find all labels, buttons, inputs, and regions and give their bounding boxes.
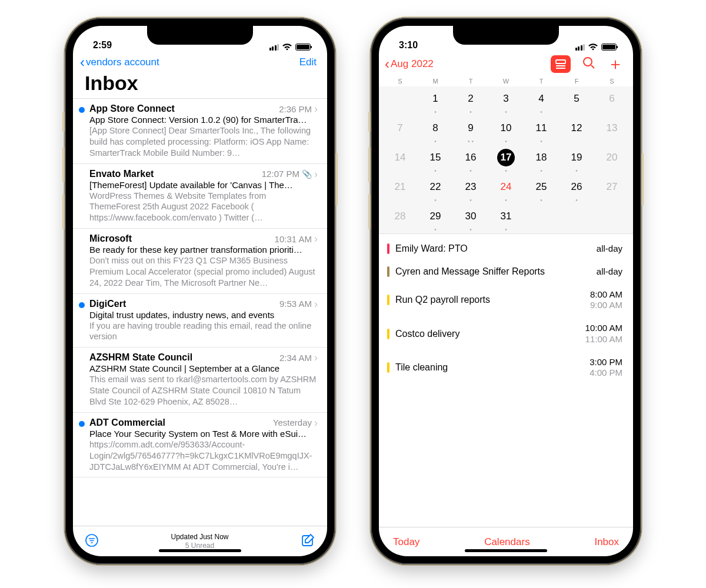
day-cell[interactable]: 15• bbox=[418, 145, 453, 175]
day-cell[interactable]: 31• bbox=[488, 204, 524, 233]
today-button[interactable]: Today bbox=[393, 536, 419, 548]
add-button[interactable]: ＋ bbox=[607, 56, 624, 72]
event-dots: • bbox=[469, 227, 472, 230]
event-dots: • bbox=[505, 227, 507, 230]
day-cell[interactable]: 22• bbox=[418, 175, 453, 204]
filter-button[interactable] bbox=[85, 533, 99, 550]
day-cell[interactable]: 18• bbox=[524, 145, 559, 175]
event-title: Cyren and Message Sniffer Reports bbox=[395, 266, 545, 277]
event-dots: • bbox=[469, 109, 472, 113]
day-cell[interactable]: 13 bbox=[594, 116, 630, 145]
mail-time: 2:36 PM bbox=[279, 104, 312, 114]
day-number: 25 bbox=[532, 178, 550, 196]
event-row[interactable]: Cyren and Message Sniffer Reportsall-day bbox=[379, 260, 633, 283]
day-cell[interactable]: 10• bbox=[488, 116, 524, 145]
event-time-start: 10:00 AM bbox=[585, 323, 622, 334]
weekday-label: T bbox=[524, 78, 559, 85]
day-cell[interactable]: 6 bbox=[594, 86, 630, 116]
mail-sender: App Store Connect bbox=[89, 103, 175, 114]
cal-back-label: Aug 2022 bbox=[391, 58, 434, 70]
event-time-start: all-day bbox=[597, 243, 622, 255]
events-list[interactable]: Emily Ward: PTOall-dayCyren and Message … bbox=[379, 233, 633, 527]
day-cell[interactable]: 27 bbox=[594, 175, 630, 204]
day-cell[interactable]: 23• bbox=[453, 175, 488, 204]
event-row[interactable]: Tile cleaning3:00 PM4:00 PM bbox=[379, 351, 633, 385]
nav-bar: ‹ vendors account Edit bbox=[73, 52, 327, 72]
wifi-icon bbox=[588, 43, 598, 51]
day-cell[interactable]: 17• bbox=[488, 145, 524, 175]
day-number: 12 bbox=[568, 119, 585, 137]
mail-sender: Microsoft bbox=[89, 233, 132, 244]
mail-preview: [App Store Connect] Dear SmarterTools In… bbox=[89, 125, 318, 159]
month-grid[interactable]: 1•2•3•4•5678•9• •10•11•12131415•16•17•18… bbox=[379, 86, 633, 233]
day-number: 26 bbox=[568, 178, 585, 196]
day-cell[interactable]: 4• bbox=[524, 86, 559, 116]
mail-row[interactable]: DigiCert9:53 AM›Digital trust updates, i… bbox=[73, 294, 327, 348]
event-title: Emily Ward: PTO bbox=[395, 243, 468, 254]
day-cell[interactable]: 21 bbox=[382, 175, 418, 204]
event-dots: • • bbox=[468, 139, 474, 142]
back-button[interactable]: ‹ vendors account bbox=[80, 55, 159, 69]
day-cell[interactable]: 2• bbox=[453, 86, 488, 116]
event-title: Costco delivery bbox=[395, 329, 459, 339]
event-color-bar bbox=[387, 243, 389, 254]
day-cell[interactable]: 7 bbox=[382, 116, 418, 145]
event-row[interactable]: Costco delivery10:00 AM11:00 AM bbox=[379, 317, 633, 351]
day-cell[interactable]: 26• bbox=[559, 175, 594, 204]
mail-row[interactable]: AZSHRM State Council2:34 AM›AZSHRM State… bbox=[73, 348, 327, 413]
day-cell[interactable]: 8• bbox=[418, 116, 453, 145]
day-cell[interactable]: 25• bbox=[524, 175, 559, 204]
event-dots: • bbox=[540, 198, 542, 201]
event-row[interactable]: Run Q2 payroll reports8:00 AM9:00 AM bbox=[379, 283, 633, 318]
page-title: Inbox bbox=[73, 72, 327, 98]
day-cell[interactable]: 3• bbox=[488, 86, 524, 116]
mail-row[interactable]: Microsoft10:31 AM›Be ready for these key… bbox=[73, 229, 327, 294]
event-dots: • bbox=[469, 198, 472, 201]
event-dots: • bbox=[575, 168, 578, 172]
day-cell[interactable]: 12 bbox=[559, 116, 594, 145]
day-cell[interactable]: 11• bbox=[524, 116, 559, 145]
mail-time: 12:07 PM bbox=[262, 169, 299, 179]
home-indicator[interactable] bbox=[465, 549, 547, 552]
day-cell[interactable]: 28 bbox=[382, 204, 418, 233]
chevron-left-icon: ‹ bbox=[80, 55, 85, 69]
day-cell[interactable]: 9• • bbox=[453, 116, 488, 145]
day-cell[interactable]: 5 bbox=[559, 86, 594, 116]
mail-list[interactable]: App Store Connect2:36 PM›App Store Conne… bbox=[73, 98, 327, 526]
day-cell[interactable]: 29• bbox=[418, 204, 453, 233]
unread-dot bbox=[79, 302, 85, 308]
home-indicator[interactable] bbox=[159, 549, 241, 552]
status-time: 2:59 bbox=[93, 40, 112, 51]
edit-button[interactable]: Edit bbox=[299, 56, 317, 68]
day-cell[interactable]: 30• bbox=[453, 204, 488, 233]
mail-row[interactable]: App Store Connect2:36 PM›App Store Conne… bbox=[73, 99, 327, 164]
event-row[interactable]: Emily Ward: PTOall-day bbox=[379, 238, 633, 260]
chevron-right-icon: › bbox=[314, 352, 318, 363]
day-number: 16 bbox=[462, 149, 479, 166]
search-button[interactable] bbox=[582, 56, 595, 72]
list-view-button[interactable] bbox=[551, 55, 571, 73]
chevron-left-icon: ‹ bbox=[385, 57, 389, 71]
inbox-button[interactable]: Inbox bbox=[594, 536, 619, 548]
unread-dot bbox=[79, 421, 85, 427]
event-dots: • bbox=[540, 168, 542, 172]
compose-button[interactable] bbox=[301, 533, 315, 550]
mail-sender: DigiCert bbox=[89, 299, 126, 309]
day-cell[interactable]: 16• bbox=[453, 145, 488, 175]
mail-row[interactable]: ADT CommercialYesterday›Place Your Secur… bbox=[73, 413, 327, 478]
day-cell[interactable]: 14 bbox=[382, 145, 418, 175]
mail-preview: Don't miss out on this FY23 Q1 CSP M365 … bbox=[89, 255, 318, 289]
calendars-button[interactable]: Calendars bbox=[484, 536, 530, 548]
day-cell[interactable]: 20 bbox=[594, 145, 630, 175]
svg-rect-5 bbox=[556, 60, 565, 64]
svg-line-9 bbox=[591, 65, 594, 68]
attachment-icon: 📎 bbox=[302, 169, 312, 179]
day-number: 21 bbox=[391, 178, 409, 196]
day-cell[interactable]: 19• bbox=[559, 145, 594, 175]
cal-back-button[interactable]: ‹ Aug 2022 bbox=[385, 57, 434, 71]
day-cell[interactable]: 1• bbox=[418, 86, 453, 116]
day-cell[interactable]: 24• bbox=[488, 175, 524, 204]
mail-row[interactable]: Envato Market12:07 PM📎›[ThemeForest] Upd… bbox=[73, 164, 327, 229]
svg-point-8 bbox=[584, 58, 592, 66]
cal-nav-bar: ‹ Aug 2022 ＋ bbox=[379, 52, 633, 75]
